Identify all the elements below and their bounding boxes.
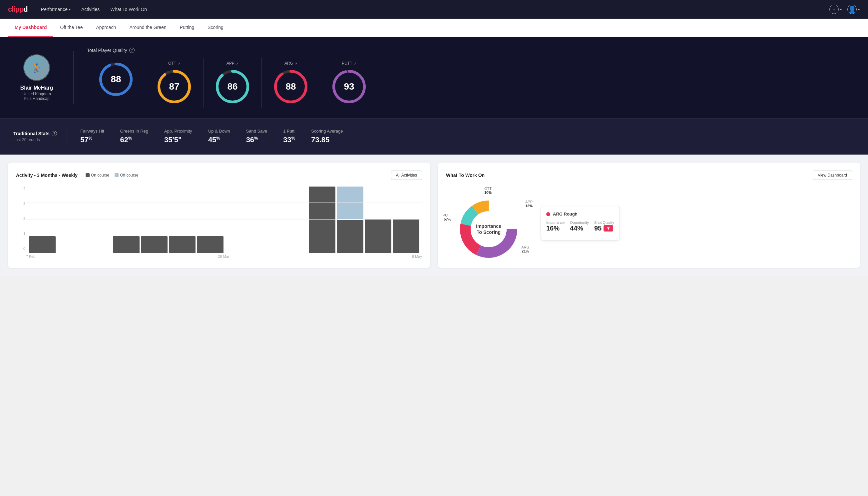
bar-chart [26, 187, 422, 253]
add-button[interactable]: + ▾ [830, 5, 842, 14]
circle-arg: 88 [272, 68, 309, 105]
bar-group [29, 187, 56, 253]
player-handicap: Plus Handicap [23, 96, 49, 101]
y-axis: 4 3 2 1 0 [16, 187, 25, 250]
bar-dark [365, 219, 391, 253]
chevron-down-icon: ▾ [69, 7, 70, 11]
nav-performance[interactable]: Performance ▾ [41, 1, 70, 17]
bar-dark [113, 236, 140, 253]
bar-dark [393, 219, 419, 253]
tab-approach[interactable]: Approach [89, 19, 123, 37]
tab-my-dashboard[interactable]: My Dashboard [8, 19, 53, 37]
stat-1-putt: 1 Putt 33% [283, 128, 295, 144]
arrow-icon: ↗ [177, 62, 180, 65]
bar-group [169, 187, 195, 253]
bar-chart-wrapper: 4 3 2 1 0 7 Feb 28 Mar [16, 187, 422, 259]
help-icon[interactable]: ? [52, 131, 57, 136]
score-card-overall: 88 [87, 58, 145, 108]
score-value-arg: 88 [285, 81, 296, 92]
all-activities-button[interactable]: All Activities [391, 171, 422, 180]
stat-sand-save: Sand Save 36% [246, 128, 267, 144]
scores-section: Total Player Quality ? 88 OTT ↗ [87, 48, 855, 108]
score-label-arg: ARG ↗ [284, 61, 297, 66]
bar-light [337, 187, 363, 219]
bar-group [337, 187, 363, 253]
stat-greens-in-reg: Greens In Reg 62% [120, 128, 148, 144]
ics-shot-quality: Shot Quality 95 ▼ [594, 220, 614, 232]
hero-section: 🏌️ Blair McHarg United Kingdom Plus Hand… [0, 37, 868, 118]
stat-group-label: Traditional Stats ? Last 20 rounds [13, 131, 67, 142]
circle-overall: 88 [98, 61, 134, 98]
bottom-panels: Activity - 3 Months - Weekly On course O… [0, 155, 868, 276]
circle-ott: 87 [156, 68, 192, 105]
tpq-label: Total Player Quality ? [87, 48, 855, 53]
bar-dark [309, 187, 335, 253]
panel-header-wtwo: What To Work On View Dashboard [446, 171, 852, 180]
score-label-ott: OTT ↗ [168, 61, 180, 66]
ics-opportunity: Opportunity 44% [570, 220, 589, 232]
activity-chart-panel: Activity - 3 Months - Weekly On course O… [8, 162, 430, 268]
legend-on-course: On course [85, 173, 109, 177]
bar-dark [337, 220, 363, 253]
chart-legend: On course Off course [85, 173, 139, 177]
stats-list: Fairways Hit 57% Greens In Reg 62% App. … [80, 128, 855, 144]
wtwo-title: What To Work On [446, 173, 485, 178]
bar-group [57, 187, 84, 253]
view-dashboard-button[interactable]: View Dashboard [813, 171, 852, 180]
nav-what-to-work-on[interactable]: What To Work On [110, 1, 147, 17]
svg-text:Importance: Importance [476, 223, 501, 229]
chevron-down-icon: ▾ [858, 7, 860, 12]
arg-rough-dot [546, 212, 550, 216]
tab-around-the-green[interactable]: Around the Green [123, 19, 173, 37]
player-country: United Kingdom [22, 92, 51, 96]
x-labels: 7 Feb 28 Mar 9 May [26, 254, 422, 259]
bar-group [365, 187, 391, 253]
score-value-app: 86 [227, 81, 237, 92]
score-label-app: APP ↗ [226, 61, 238, 66]
score-value-overall: 88 [111, 74, 121, 84]
bar-group [393, 187, 419, 253]
score-card-app: APP ↗ 86 [204, 58, 262, 108]
help-icon[interactable]: ? [129, 48, 135, 53]
score-label-putt: PUTT ↗ [342, 61, 356, 66]
legend-dot-on-course [85, 173, 90, 177]
top-nav: clippd Performance ▾ Activities What To … [0, 0, 868, 19]
bar-group [85, 187, 112, 253]
tab-scoring[interactable]: Scoring [201, 19, 230, 37]
player-info: 🏌️ Blair McHarg United Kingdom Plus Hand… [13, 54, 60, 101]
info-card: ARG Rough Importance 16% Opportunity 44%… [541, 206, 620, 241]
bar-group [197, 187, 223, 253]
logo: clippd [8, 5, 28, 14]
shot-quality-badge: ▼ [603, 225, 613, 232]
score-value-putt: 93 [344, 81, 354, 92]
stat-up-and-down: Up & Down 45% [208, 128, 230, 144]
arrow-icon: ↗ [354, 62, 357, 65]
stat-fairways-hit: Fairways Hit 57% [80, 128, 104, 144]
bar-chart-inner [29, 187, 419, 253]
bar-group [113, 187, 140, 253]
bar-group [309, 187, 335, 253]
tab-off-the-tee[interactable]: Off the Tee [53, 19, 89, 37]
score-cards: 88 OTT ↗ 87 APP [87, 58, 855, 108]
label-putt: PUTT 57% [443, 213, 452, 221]
circle-putt: 93 [331, 68, 367, 105]
player-name: Blair McHarg [20, 85, 53, 91]
score-card-putt: PUTT ↗ 93 [320, 58, 378, 108]
nav-links: Performance ▾ Activities What To Work On [41, 1, 830, 17]
stat-scoring-average: Scoring Average 73.85 [311, 128, 343, 144]
tab-bar: My Dashboard Off the Tee Approach Around… [0, 19, 868, 37]
donut-chart-container: OTT 10% APP 12% ARG 21% PUTT 57% [446, 187, 533, 260]
legend-dot-off-course [114, 173, 119, 177]
bar-dark [29, 236, 56, 253]
stats-divider [67, 127, 67, 146]
bar-dark [197, 236, 223, 253]
legend-off-course: Off course [114, 173, 138, 177]
nav-activities[interactable]: Activities [81, 1, 99, 17]
donut-section: OTT 10% APP 12% ARG 21% PUTT 57% [446, 187, 852, 260]
ics-importance: Importance 16% [546, 220, 565, 232]
tab-putting[interactable]: Putting [173, 19, 201, 37]
user-menu-button[interactable]: 👤 ▾ [847, 5, 860, 14]
bar-group [281, 187, 307, 253]
label-arg: ARG 21% [521, 245, 529, 253]
donut-svg-wrapper: Importance To Scoring [455, 196, 522, 263]
